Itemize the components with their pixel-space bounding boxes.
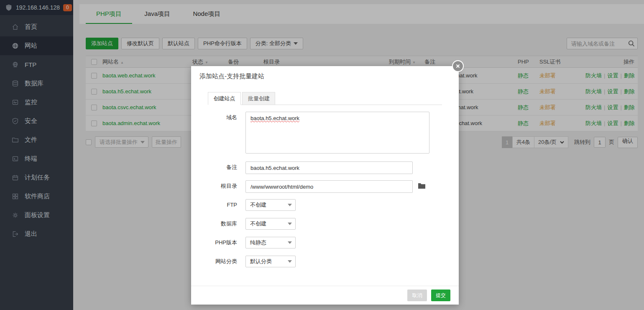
site-category-label: 网站分类 (191, 256, 237, 267)
database-label: 数据库 (191, 218, 237, 230)
chevron-down-icon (288, 241, 292, 244)
ftp-label: FTP (191, 199, 237, 211)
modal-tab-batch-create[interactable]: 批量创建 (242, 92, 275, 105)
chevron-down-icon (288, 260, 292, 263)
modal-tab-create-site[interactable]: 创建站点 (208, 92, 241, 105)
browse-folder-icon[interactable] (418, 182, 426, 190)
ftp-select[interactable]: 不创建 (245, 199, 296, 211)
root-dir-label: 根目录 (191, 180, 237, 192)
site-category-select[interactable]: 默认分类 (245, 256, 296, 267)
chevron-down-icon (288, 223, 292, 225)
add-site-form: 域名 baota.h5.echat.work 备注 根目录 FTP 不创建 (191, 112, 459, 267)
chevron-down-icon (288, 204, 292, 206)
cancel-button[interactable]: 取消 (407, 290, 427, 301)
modal-footer: 取消 提交 (191, 286, 459, 305)
submit-button[interactable]: 提交 (431, 290, 450, 301)
remark-label: 备注 (191, 161, 237, 173)
add-site-modal: 添加站点-支持批量建站 创建站点 批量创建 域名 baota.h5.echat.… (191, 66, 459, 305)
modal-tabs: 创建站点 批量创建 (208, 92, 442, 105)
database-select[interactable]: 不创建 (245, 218, 296, 230)
root-dir-input[interactable] (245, 180, 413, 193)
php-version-select[interactable]: 纯静态 (245, 237, 296, 249)
php-version-label: PHP版本 (191, 237, 237, 249)
domain-textarea[interactable]: baota.h5.echat.work (245, 112, 429, 154)
domain-label: 域名 (191, 112, 237, 123)
modal-title: 添加站点-支持批量建站 (191, 66, 459, 85)
close-icon[interactable] (452, 60, 464, 72)
baota-panel-page: 192.168.146.128 0 首页 网站 FTP 数据库 监控 (0, 0, 644, 310)
remark-input[interactable] (245, 161, 413, 174)
